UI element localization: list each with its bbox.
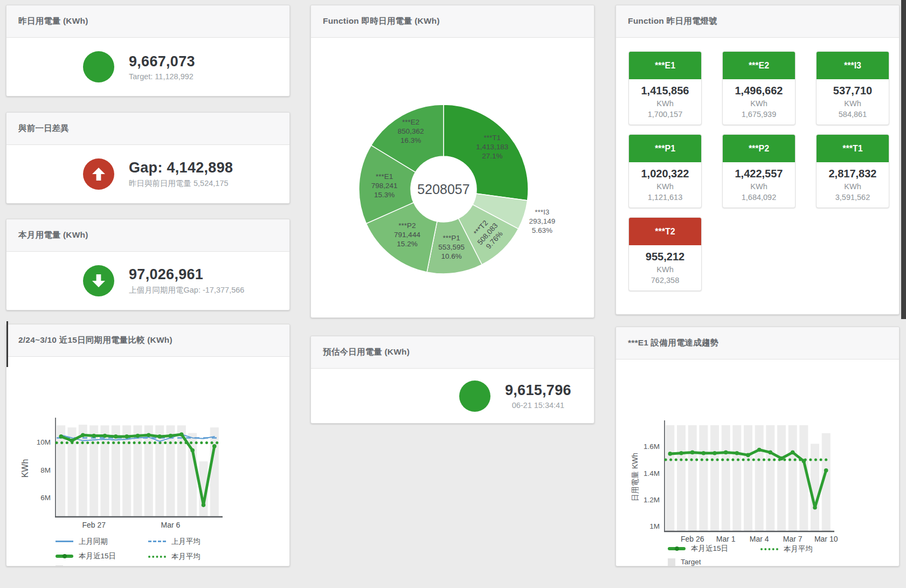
legend-swatch-green-dot [760,548,778,550]
scrollbar-thumb[interactable] [901,0,906,319]
light-tile-T1[interactable]: ***T12,817,832KWh3,591,562 [816,134,889,208]
light-tile-target: 584,861 [819,110,887,119]
panel-title: 2/24~3/10 近15日同期用電量比較 (KWh) [18,335,172,346]
light-tile-unit: KWh [631,265,699,274]
light-tile-unit: KWh [725,99,793,108]
panel-realtime-donut: Function 即時日用電量 (KWh) ***T11,413,18327.1… [310,5,594,318]
light-tile-name: ***I3 [817,52,889,79]
target-bars [57,425,219,517]
y-axis-label: 日用電量 KWh [631,453,639,501]
legend-label: 上月平均 [171,537,200,547]
light-tile-value: 1,422,557 [725,168,793,180]
legend-item[interactable]: 上月平均 [148,537,241,547]
light-tile-target: 1,121,613 [631,193,699,202]
day-gap-value: Gap: 4,142,898 [129,160,233,176]
panel-header: Function 即時日用電量 (KWh) [311,5,594,38]
estimate-timestamp: 06-21 15:34:41 [505,401,571,410]
panel-title: 預估今日用電量 (KWh) [323,347,410,358]
panel-title: 昨日用電量 (KWh) [18,16,88,27]
panel-month-usage: 本月用電量 (KWh) 97,026,961 上個月同期用電Gap: -17,3… [6,219,290,310]
panel-yesterday-usage: 昨日用電量 (KWh) 9,667,073 Target: 11,128,992 [6,5,290,96]
x-tick-label: Mar 6 [161,521,181,529]
panel-header: 昨日用電量 (KWh) [6,5,289,38]
panel-15day-compare-chart: 2/24~3/10 近15日同期用電量比較 (KWh) 6M8M10MKWhFe… [6,324,290,566]
light-tile-unit: KWh [631,182,699,191]
y-tick-label: 10M [37,438,51,446]
legend-label: 本月平均 [784,544,813,554]
status-circle-green [83,51,114,82]
light-tile-target: 1,675,939 [725,110,793,119]
target-bars [666,425,830,531]
light-tile-unit: KWh [819,99,887,108]
light-tile-unit: KWh [631,99,699,108]
y-tick-label: 1.2M [644,496,660,504]
panel-header: 2/24~3/10 近15日同期用電量比較 (KWh) [6,324,289,357]
light-tile-P1[interactable]: ***P11,020,322KWh1,121,613 [628,134,702,208]
light-tile-value: 1,496,662 [725,85,793,97]
light-tile-name: ***P1 [629,135,701,162]
light-tile-P2[interactable]: ***P21,422,557KWh1,684,092 [722,134,796,208]
yesterday-usage-value: 9,667,073 [129,53,195,70]
panel-header: 本月用電量 (KWh) [6,219,289,252]
legend-swatch-grey-box [668,558,675,566]
donut-slice-label: ***I3293,1495.63% [529,208,555,234]
y-tick-label: 1.6M [644,442,660,451]
y-tick-label: 1.4M [644,469,660,478]
panel-header: 預估今日用電量 (KWh) [311,336,594,369]
legend-label: 本月近15日 [691,544,728,554]
x-tick-label: Mar 7 [783,535,803,543]
legend-swatch-blue-dash [148,541,166,542]
light-tile-T2[interactable]: ***T2955,212KWh762,358 [628,217,702,291]
panel-title: 本月用電量 (KWh) [18,230,88,241]
panel-day-gap: 與前一日差異 Gap: 4,142,898 昨日與前日用電量 5,524,175 [6,112,290,204]
legend-swatch-green-thick [668,547,686,550]
legend-item[interactable]: Target [56,565,148,566]
yesterday-usage-target: Target: 11,128,992 [129,72,195,81]
panel-title: Function 即時日用電量 (KWh) [323,16,440,27]
e1-trend-line-chart: 1M1.2M1.4M1.6M日用電量 KWhFeb 26Mar 1Mar 4Ma… [616,359,899,545]
light-tile-E2[interactable]: ***E21,496,662KWh1,675,939 [722,51,796,125]
legend-swatch-grey-box [56,565,63,566]
panel-title: 與前一日差異 [18,123,69,134]
x-tick-label: Feb 26 [681,535,704,543]
light-tile-name: ***E1 [629,52,701,79]
panel-header: 與前一日差異 [6,113,289,145]
status-circle-green [459,381,490,412]
legend-item[interactable]: 本月平均 [760,544,853,554]
light-tile-E1[interactable]: ***E11,415,856KWh1,700,157 [628,51,702,125]
legend-item[interactable]: 上月同期 [56,537,148,547]
panel-header: ***E1 設備用電達成趨勢 [616,327,899,359]
light-tile-value: 537,710 [819,85,887,97]
panel-estimate-today: 預估今日用電量 (KWh) 9,615,796 06-21 15:34:41 [310,336,594,424]
light-tile-value: 955,212 [631,251,699,263]
legend-swatch-blue-line [56,541,73,542]
e1-trend-legend: 本月近15日本月平均Target [668,543,853,566]
light-tile-value: 1,415,856 [631,85,699,97]
legend-item[interactable]: 本月近15日 [668,544,760,554]
x-tick-label: Feb 27 [82,521,106,529]
legend-item[interactable]: 本月平均 [148,552,241,562]
status-circle-green [83,265,114,296]
panel-header: Function 昨日用電燈號 [616,5,899,38]
legend-swatch-green-thick [56,555,73,558]
panel-yesterday-lights: Function 昨日用電燈號 ***E11,415,856KWh1,700,1… [615,5,900,315]
legend-label: Target [681,558,701,566]
lights-grid: ***E11,415,856KWh1,700,157***E21,496,662… [616,38,899,291]
y-tick-label: 6M [40,494,51,502]
month-usage-gap: 上個月同期用電Gap: -17,377,566 [129,285,244,295]
light-tile-I3[interactable]: ***I3537,710KWh584,861 [816,51,889,125]
legend-label: Target [68,565,89,566]
legend-label: 本月平均 [171,552,200,562]
legend-item[interactable]: 本月近15日 [56,551,148,561]
light-tile-target: 3,591,562 [819,193,887,202]
light-tile-value: 1,020,322 [631,168,699,180]
y-tick-label: 8M [40,466,51,474]
legend-label: 本月近15日 [79,551,116,561]
light-tile-name: ***P2 [723,135,795,162]
legend-swatch-green-dot [148,556,166,558]
light-tile-target: 1,684,092 [725,193,793,202]
x-tick-label: Mar 4 [750,535,769,543]
panel-title: Function 昨日用電燈號 [628,16,717,27]
status-circle-red [83,158,114,190]
legend-item[interactable]: Target [668,558,760,566]
